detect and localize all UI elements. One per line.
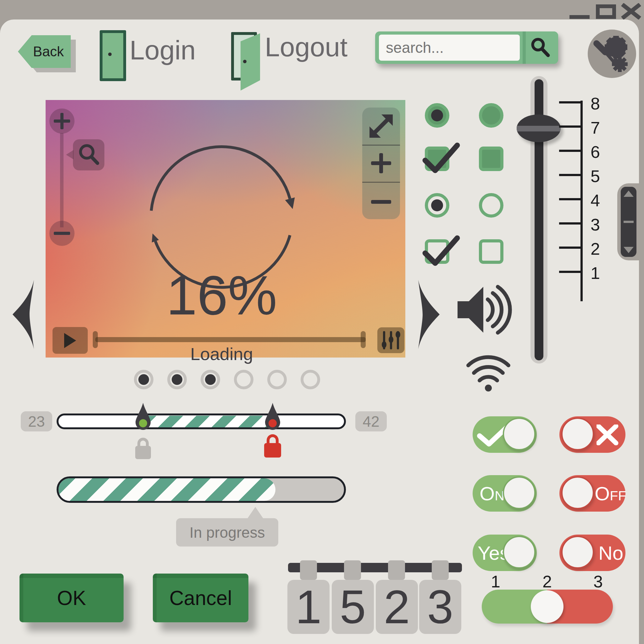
logout-door-icon[interactable] xyxy=(231,31,261,92)
toggle-knob[interactable] xyxy=(503,418,536,450)
ok-button[interactable]: OK xyxy=(19,574,124,622)
search-button[interactable] xyxy=(523,31,558,64)
scale-tick xyxy=(559,101,582,103)
cancel-button[interactable]: Cancel xyxy=(153,574,248,622)
toggle-yes[interactable]: Yes xyxy=(473,535,537,571)
lock-body xyxy=(135,446,151,459)
counter-digit[interactable]: 5 xyxy=(332,580,374,634)
range-selected-segment xyxy=(143,416,273,427)
toggle-knob[interactable] xyxy=(561,418,594,450)
toggle-knob[interactable] xyxy=(503,476,536,509)
scrollbar-thumb[interactable] xyxy=(621,187,636,257)
search-field[interactable] xyxy=(379,35,520,61)
three-way-switch[interactable] xyxy=(482,590,613,624)
progress-fill xyxy=(58,478,275,501)
three-way-label: 2 xyxy=(535,572,560,591)
lock-body xyxy=(264,443,281,458)
three-way-knob[interactable] xyxy=(531,590,563,623)
scale-label: 7 xyxy=(591,118,616,136)
search-icon xyxy=(529,36,552,59)
app-window: Back Login Logout xyxy=(0,0,644,644)
toggle-knob[interactable] xyxy=(503,536,536,569)
three-way-label: 1 xyxy=(483,572,508,591)
check-icon xyxy=(421,235,461,270)
range-handle-right[interactable] xyxy=(264,402,281,432)
scale-tick xyxy=(559,198,582,200)
dot-fill xyxy=(138,374,149,385)
settings-button[interactable] xyxy=(587,29,637,79)
carousel-dot-active[interactable] xyxy=(201,370,220,389)
seek-bar[interactable] xyxy=(95,337,366,342)
plus-icon-vertical xyxy=(379,153,383,173)
search-bar xyxy=(375,31,558,64)
radio-dot xyxy=(431,199,443,211)
volume-icon[interactable] xyxy=(458,283,514,336)
toggle-knob[interactable] xyxy=(561,476,594,509)
dot-fill xyxy=(205,374,216,385)
toggle-no[interactable]: No xyxy=(559,535,625,571)
close-button[interactable] xyxy=(621,3,641,19)
scroll-down-icon[interactable] xyxy=(624,247,634,253)
radio-dot xyxy=(431,109,443,121)
carousel-dot[interactable] xyxy=(267,370,287,389)
checkbox-outline-unchecked[interactable] xyxy=(479,239,503,264)
toggle-cross[interactable] xyxy=(559,416,625,453)
carousel-dot-active[interactable] xyxy=(167,370,187,389)
scale-label: 2 xyxy=(591,239,616,257)
login-door-icon[interactable] xyxy=(100,30,126,81)
expand-icon[interactable] xyxy=(367,112,395,140)
toggle-off[interactable]: Off xyxy=(559,475,625,512)
counter-digit[interactable]: 2 xyxy=(376,580,418,634)
scale-tick xyxy=(559,222,582,225)
thumb-grip xyxy=(624,221,634,223)
maximize-button[interactable] xyxy=(596,4,616,19)
toggle-knob[interactable] xyxy=(561,536,594,569)
logout-label[interactable]: Logout xyxy=(265,31,347,63)
radio-filled-unselected[interactable] xyxy=(479,103,503,128)
scrollbar[interactable] xyxy=(617,183,644,260)
progress-tooltip: In progress xyxy=(176,518,278,547)
counter-digit[interactable]: 3 xyxy=(419,580,461,634)
scale-tick xyxy=(559,150,582,152)
search-input[interactable] xyxy=(379,35,520,61)
toggle-check[interactable] xyxy=(473,416,537,453)
three-way-label: 3 xyxy=(586,572,611,591)
minimize-button[interactable] xyxy=(569,15,590,19)
dot-fill xyxy=(172,374,182,385)
zoom-plus-button[interactable] xyxy=(362,145,400,182)
carousel-dot-active[interactable] xyxy=(134,370,153,389)
scroll-up-icon[interactable] xyxy=(624,191,634,197)
carousel-dot[interactable] xyxy=(234,370,253,389)
carousel-dot[interactable] xyxy=(301,370,320,389)
checkbox-filled-unchecked[interactable] xyxy=(479,147,503,171)
prev-arrow[interactable] xyxy=(12,279,35,350)
back-button[interactable]: Back xyxy=(18,35,71,68)
play-button[interactable] xyxy=(53,327,88,354)
login-label[interactable]: Login xyxy=(130,35,196,66)
zoom-minus-button[interactable] xyxy=(362,182,400,219)
vertical-slider-knob[interactable] xyxy=(517,114,561,142)
x-icon xyxy=(597,425,619,445)
next-arrow[interactable] xyxy=(417,279,440,350)
knob-band xyxy=(517,126,561,131)
counter-clip xyxy=(300,560,317,580)
loading-label: Loading xyxy=(151,344,292,364)
scale-tick xyxy=(559,247,582,249)
wifi-icon[interactable] xyxy=(460,352,517,392)
slider-knob xyxy=(396,331,400,338)
radio-filled-selected[interactable] xyxy=(425,103,449,128)
check-icon xyxy=(421,142,461,177)
door-handle xyxy=(108,53,112,56)
equalizer-button[interactable] xyxy=(377,327,404,353)
radio-outline-unselected[interactable] xyxy=(479,193,503,218)
scale-tick xyxy=(559,174,582,176)
slider-knob xyxy=(382,341,386,348)
minus-icon xyxy=(371,200,391,204)
seek-end-cap xyxy=(361,331,366,348)
radio-outline-selected[interactable] xyxy=(425,193,449,218)
toggle-on[interactable]: On xyxy=(473,475,537,512)
scale-label: 4 xyxy=(591,191,616,208)
door-handle xyxy=(243,60,247,63)
counter-digit[interactable]: 1 xyxy=(287,580,330,634)
range-handle-left[interactable] xyxy=(134,402,152,432)
